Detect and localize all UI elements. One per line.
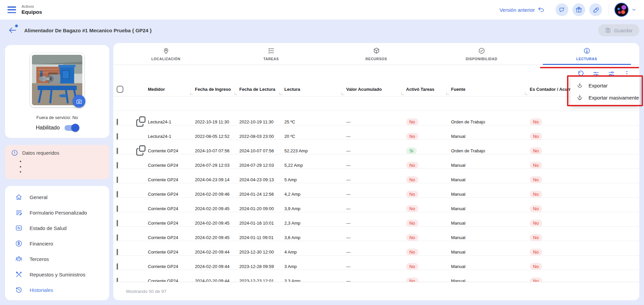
sidebar-item[interactable]: General [5,189,109,205]
cell-lectura: 5 Amp [284,177,346,182]
row-checkbox[interactable] [117,133,118,140]
row-checkbox[interactable] [117,220,118,226]
kebab-menu-icon [623,70,631,77]
cell-fecha-ingreso: 2024-02-20 09:45 [195,235,239,240]
previous-version-link[interactable]: Versión anterior [499,6,545,13]
tab[interactable]: TAREAS [218,43,324,65]
sidebar-item[interactable]: Formulario Personalizado [5,205,109,220]
export-menu-item-label: Exportar [589,83,608,88]
column-header-medidor[interactable]: Medidor [148,82,195,96]
columns-settings-button[interactable] [608,70,615,77]
cell-valor-acumulado: --- [346,264,406,269]
cell-fuente: Manual [451,134,530,139]
cell-fuente: Manual [451,235,530,240]
row-checkbox[interactable] [117,148,118,154]
cell-valor-acumulado: --- [346,192,406,197]
column-header-fecha-ingreso[interactable]: Fecha de Ingreso [195,82,239,96]
cell-fuente: Manual [451,250,530,255]
cell-activo-tareas-badge: No [406,176,418,183]
cell-fuente: Manual [451,264,530,269]
cell-es-contador-badge: No [530,263,542,270]
row-checkbox[interactable] [117,177,118,183]
cell-medidor: Lectura24-1 [148,119,195,124]
cell-lectura: 2,3 Amp [284,221,346,226]
cell-valor-acumulado: --- [346,235,406,240]
required-data-list [25,159,105,175]
row-checkbox[interactable] [117,263,118,270]
row-checkbox[interactable] [117,119,118,125]
tab[interactable]: LECTURAS [534,43,639,65]
more-options-button[interactable] [623,70,631,77]
sidebar-item-icon [15,255,23,263]
column-header-fuente[interactable]: Fuente [451,82,530,96]
breadcrumb: Activos Equipos [22,4,42,15]
sidebar-item-icon [15,240,23,247]
cell-fecha-ingreso: 2024-02-20 09:45 [195,206,239,211]
refresh-icon [577,70,584,77]
breadcrumb-page: Equipos [22,9,42,15]
launcher-button[interactable] [589,3,602,16]
sidebar-item[interactable]: Terceros [5,251,109,267]
cell-valor-acumulado: --- [346,177,406,182]
column-header-valor-acumulado[interactable]: Valor Acumulado [346,82,406,96]
sidebar-item[interactable]: Historiales [5,282,109,298]
cell-medidor: Corriente GP24 [148,221,195,226]
change-photo-button[interactable] [73,95,85,108]
row-checkbox[interactable] [117,249,118,255]
cell-medidor: Corriente GP24 [148,250,195,255]
cell-activo-tareas-badge: No [406,191,418,198]
tab-icon [583,47,591,54]
row-checkbox[interactable] [117,162,118,168]
refresh-button[interactable] [577,70,584,77]
tab-label: TAREAS [264,57,279,61]
enabled-toggle[interactable] [65,125,79,131]
column-header-lectura[interactable]: Lectura [284,82,346,96]
column-header-fecha-lectura[interactable]: Fecha de Lectura [239,82,284,96]
select-all-checkbox[interactable] [117,86,123,93]
menu-icon[interactable] [7,6,16,13]
filter-button[interactable] [592,70,600,77]
undo-icon [537,6,545,13]
row-checkbox[interactable] [117,205,118,212]
cell-es-contador-badge: No [530,191,542,198]
cell-fuente: Manual [451,177,530,182]
cell-es-contador-badge: No [530,118,542,125]
table-row[interactable]: Lectura24-1 2022-10-19 11:30 2022-10-19 … [113,97,639,111]
enabled-label: Habilitado [36,125,59,131]
save-button[interactable]: Guardar [598,24,639,36]
export-menu-item[interactable]: Exportar masivamente [570,91,640,104]
sidebar-item-icon [15,271,23,278]
notification-dot [15,25,18,27]
export-menu-item-label: Exportar masivamente [589,95,639,101]
cell-fecha-lectura: 2022-08-03 23:00 [239,134,284,139]
tab[interactable]: RECURSOS [324,43,429,65]
tab-label: LECTURAS [576,57,597,61]
avatar[interactable] [614,3,629,17]
assistant-button[interactable] [556,3,568,16]
row-checkbox[interactable] [117,191,118,197]
breadcrumb-section: Activos [22,4,42,9]
cell-medidor: Corriente GP24 [148,148,195,153]
whats-new-button[interactable] [572,3,585,16]
tab[interactable]: DISPONIBILIDAD [429,43,534,65]
column-header-activo-tareas[interactable]: Activó Tareas [406,82,451,96]
back-button[interactable] [8,26,17,35]
camera-icon [76,98,82,105]
cell-valor-acumulado: --- [346,206,406,211]
chevron-down-icon[interactable] [631,7,637,12]
cell-lectura: 4 Amp [284,250,346,255]
tab[interactable]: LOCALIZACIÓN [113,43,218,65]
row-checkbox[interactable] [117,278,118,282]
column-icon-spacer [134,82,148,96]
sidebar-item-label: Repuestos y Suministros [30,272,85,277]
required-data-title: Datos requeridos [22,150,59,156]
cell-activo-tareas-badge: No [406,133,418,140]
cell-fuente: Manual [451,163,530,168]
asset-sidebar: Fuera de servicio: No Habilitado Datos r… [5,41,109,305]
sidebar-item[interactable]: Financiero [5,236,109,251]
sidebar-item[interactable]: Estado de Salud [5,220,109,236]
cell-fecha-ingreso: 2024-02-20 09:46 [195,192,239,197]
sidebar-item[interactable]: Repuestos y Suministros [5,267,109,282]
export-menu-item[interactable]: Exportar [570,79,640,91]
row-checkbox[interactable] [117,234,118,241]
